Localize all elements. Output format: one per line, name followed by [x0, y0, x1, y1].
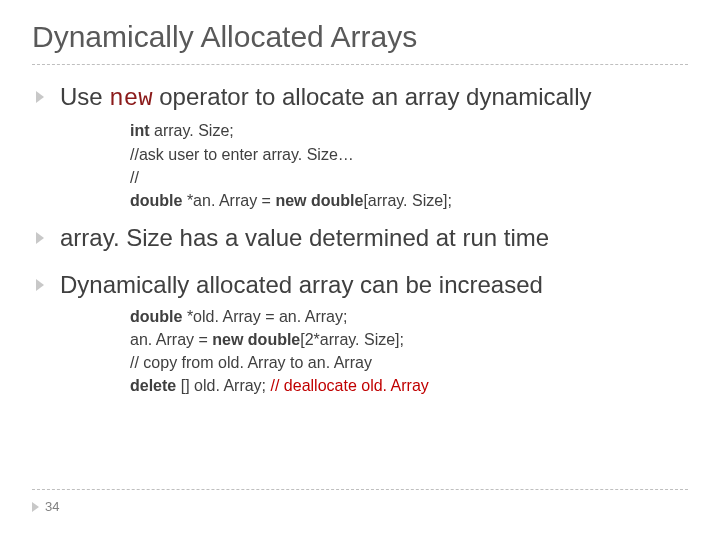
footer: 34: [32, 499, 59, 514]
bullet-2: array. Size has a value determined at ru…: [32, 222, 688, 254]
slide: Dynamically Allocated Arrays Use new ope…: [0, 0, 720, 540]
c1-l3: //: [130, 169, 139, 186]
bullet-list: Use new operator to allocate an array dy…: [32, 81, 688, 398]
c2-l2a: an. Array =: [130, 331, 212, 348]
page-marker-icon: [32, 502, 39, 512]
c1-l4c: new double: [275, 192, 363, 209]
c1-l4d: [array. Size];: [363, 192, 452, 209]
bullet-3-text: Dynamically allocated array can be incre…: [60, 271, 543, 298]
keyword-new: new: [109, 85, 152, 112]
bullet-1: Use new operator to allocate an array dy…: [32, 81, 688, 212]
c2-l3: // copy from old. Array to an. Array: [130, 354, 372, 371]
c1-l2: //ask user to enter array. Size…: [130, 146, 354, 163]
c2-l4c: // deallocate old. Array: [271, 377, 429, 394]
page-number: 34: [45, 499, 59, 514]
c2-l2c: [2*array. Size];: [300, 331, 404, 348]
bullet-1-post: operator to allocate an array dynamicall…: [153, 83, 592, 110]
c1-l1a: int: [130, 122, 150, 139]
c2-l1b: *old. Array = an. Array;: [187, 308, 348, 325]
footer-divider: [32, 489, 688, 490]
code-block-2: double *old. Array = an. Array; an. Arra…: [60, 305, 688, 398]
c1-l4b: *an. Array =: [187, 192, 276, 209]
c1-l4a: double: [130, 192, 187, 209]
bullet-1-pre: Use: [60, 83, 109, 110]
bullet-3: Dynamically allocated array can be incre…: [32, 269, 688, 398]
c2-l4b: [] old. Array;: [181, 377, 271, 394]
c2-l2b: new double: [212, 331, 300, 348]
slide-title: Dynamically Allocated Arrays: [32, 20, 688, 54]
code-block-1: int array. Size; //ask user to enter arr…: [60, 119, 688, 212]
c2-l4a: delete: [130, 377, 181, 394]
title-divider: [32, 64, 688, 65]
c1-l1b: array. Size;: [150, 122, 234, 139]
c2-l1a: double: [130, 308, 187, 325]
